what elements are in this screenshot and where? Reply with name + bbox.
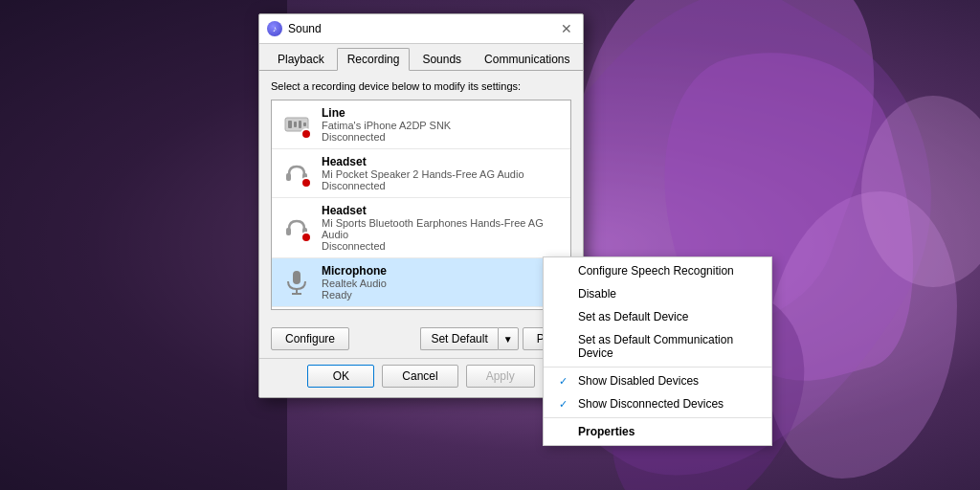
device-item-headset2[interactable]: Headset Mi Sports Bluetooth Earphones Ha…	[272, 198, 570, 258]
svg-rect-7	[286, 228, 291, 235]
ctx-configure-speech[interactable]: Configure Speech Recognition	[544, 259, 771, 282]
device-item-headset1[interactable]: Headset Mi Pocket Speaker 2 Hands-Free A…	[272, 149, 570, 198]
ctx-properties[interactable]: Properties	[544, 420, 771, 443]
device-status-microphone: Ready	[322, 289, 549, 301]
device-name-headset1: Headset	[322, 155, 563, 168]
device-item-stereo[interactable]: Stereo Mix Realtek Audio Default Device	[272, 307, 570, 310]
device-info-headset2: Headset Mi Sports Bluetooth Earphones Ha…	[322, 204, 563, 252]
ctx-label-1: Disable	[578, 287, 616, 301]
cancel-button[interactable]: Cancel	[382, 365, 457, 388]
bottom-buttons: Configure Set Default ▼ Pr...	[259, 320, 583, 358]
svg-rect-2	[294, 122, 297, 127]
svg-rect-1	[288, 121, 292, 128]
ctx-disable[interactable]: Disable	[544, 282, 771, 305]
ctx-label-0: Configure Speech Recognition	[578, 264, 734, 278]
device-name-headset2: Headset	[322, 204, 563, 217]
ctx-set-default[interactable]: Set as Default Device	[544, 305, 771, 328]
device-name-microphone: Microphone	[322, 264, 549, 278]
tab-playback[interactable]: Playback	[267, 48, 335, 70]
device-status-line: Disconnected	[322, 131, 563, 143]
svg-rect-4	[303, 122, 306, 126]
sound-icon: ♪	[267, 21, 282, 36]
device-status-headset2: Disconnected	[322, 240, 563, 252]
apply-button[interactable]: Apply	[466, 365, 535, 388]
tab-communications[interactable]: Communications	[474, 48, 580, 70]
device-icon-line	[279, 107, 314, 142]
configure-button[interactable]: Configure	[271, 327, 349, 350]
device-sub-headset2: Mi Sports Bluetooth Earphones Hands-Free…	[322, 217, 563, 240]
device-info-microphone: Microphone Realtek Audio Ready	[322, 264, 549, 301]
title-bar: ♪ Sound ✕	[259, 14, 583, 44]
device-sub-line: Fatima's iPhone A2DP SNK	[322, 120, 563, 131]
ctx-label-8: Properties	[578, 425, 635, 438]
svg-rect-3	[299, 121, 301, 128]
ctx-set-default-comm[interactable]: Set as Default Communication Device	[544, 328, 771, 365]
content-area: Select a recording device below to modif…	[259, 71, 583, 320]
close-button[interactable]: ✕	[558, 20, 575, 37]
instruction-text: Select a recording device below to modif…	[271, 80, 571, 92]
svg-rect-9	[293, 271, 301, 284]
ctx-sep-1	[544, 367, 771, 368]
ctx-label-2: Set as Default Device	[578, 310, 688, 323]
device-status-headset1: Disconnected	[322, 180, 563, 191]
tabs-container: Playback Recording Sounds Communications	[259, 44, 583, 71]
device-name-line: Line	[322, 106, 563, 120]
device-icon-headset1	[279, 156, 314, 190]
device-sub-headset1: Mi Pocket Speaker 2 Hands-Free AG Audio	[322, 168, 563, 180]
device-sub-microphone: Realtek Audio	[322, 278, 549, 289]
tab-sounds[interactable]: Sounds	[412, 48, 472, 70]
dialog-buttons: OK Cancel Apply	[259, 358, 583, 397]
device-icon-microphone	[279, 265, 314, 300]
svg-rect-5	[286, 173, 291, 181]
device-item-line[interactable]: Line Fatima's iPhone A2DP SNK Disconnect…	[272, 100, 570, 149]
ctx-label-3: Set as Default Communication Device	[578, 333, 756, 360]
tab-recording[interactable]: Recording	[337, 48, 411, 71]
sound-window: ♪ Sound ✕ Playback Recording Sounds Comm…	[258, 13, 584, 398]
set-default-button[interactable]: Set Default	[420, 327, 497, 350]
ctx-check-5: ✓	[559, 375, 572, 388]
ctx-label-5: Show Disabled Devices	[578, 374, 699, 388]
status-dot-headset1	[301, 177, 312, 189]
title-bar-left: ♪ Sound	[267, 21, 322, 36]
ctx-sep-2	[544, 417, 771, 418]
set-default-split: Set Default ▼	[420, 327, 518, 350]
status-dot-headset2	[301, 232, 312, 243]
device-list[interactable]: Line Fatima's iPhone A2DP SNK Disconnect…	[271, 100, 571, 310]
device-info-line: Line Fatima's iPhone A2DP SNK Disconnect…	[322, 106, 563, 143]
window-title: Sound	[288, 22, 322, 35]
ok-button[interactable]: OK	[307, 365, 374, 388]
status-dot-line	[301, 128, 312, 140]
device-item-microphone[interactable]: Microphone Realtek Audio Ready ≡	[272, 258, 570, 307]
device-icon-headset2	[279, 211, 314, 245]
ctx-check-6: ✓	[559, 398, 572, 411]
context-menu: Configure Speech Recognition Disable Set…	[543, 256, 772, 446]
ctx-label-6: Show Disconnected Devices	[578, 397, 724, 411]
set-default-arrow[interactable]: ▼	[498, 327, 519, 350]
device-info-headset1: Headset Mi Pocket Speaker 2 Hands-Free A…	[322, 155, 563, 191]
ctx-show-disabled[interactable]: ✓ Show Disabled Devices	[544, 369, 771, 392]
ctx-show-disconnected[interactable]: ✓ Show Disconnected Devices	[544, 392, 771, 415]
